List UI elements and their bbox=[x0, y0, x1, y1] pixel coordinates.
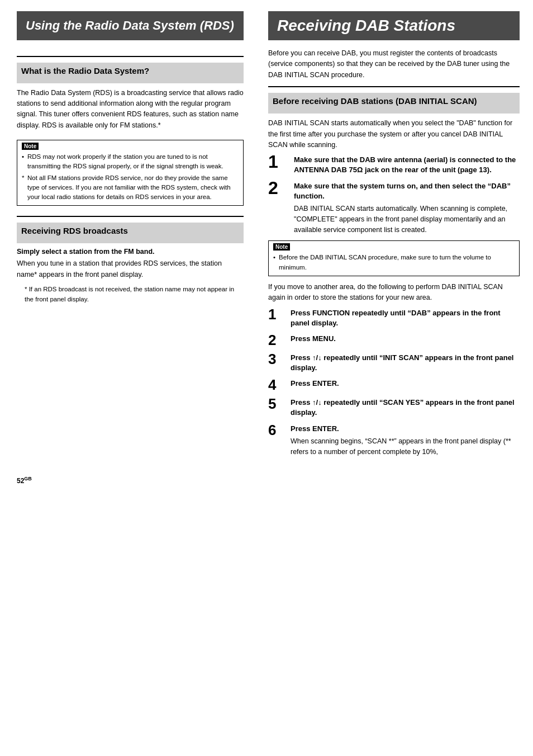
dab-steps-rescan: 1 Press FUNCTION repeatedly until “DAB” … bbox=[268, 308, 520, 457]
dab-note-box: Note • Before the DAB INITIAL SCAN proce… bbox=[268, 240, 520, 276]
dab-rescan-step-1: 1 Press FUNCTION repeatedly until “DAB” … bbox=[268, 308, 520, 328]
rescan-step-3-content: Press ↑/↓ repeatedly until “INIT SCAN” a… bbox=[291, 353, 520, 373]
rescan-step-4-content: Press ENTER. bbox=[291, 379, 520, 389]
divider-3 bbox=[268, 86, 520, 87]
page: Using the Radio Data System (RDS) What i… bbox=[0, 0, 533, 756]
rescan-step-4-main: Press ENTER. bbox=[291, 379, 520, 389]
rescan-step-6-content: Press ENTER. When scanning begins, “SCAN… bbox=[291, 424, 520, 457]
divider-1 bbox=[17, 56, 244, 57]
section1-body1: The Radio Data System (RDS) is a broadca… bbox=[17, 88, 244, 131]
step-1-main: Make sure that the DAB wire antenna (aer… bbox=[294, 155, 520, 175]
page-number: 52 bbox=[17, 477, 24, 485]
dab-rescan-step-5: 5 Press ↑/↓ repeatedly until “SCAN YES” … bbox=[268, 398, 520, 418]
step-2-main: Make sure that the system turns on, and … bbox=[294, 181, 520, 201]
rescan-step-1-main: Press FUNCTION repeatedly until “DAB” ap… bbox=[291, 308, 520, 328]
rescan-step-5-main: Press ↑/↓ repeatedly until “SCAN YES” ap… bbox=[291, 398, 520, 418]
rescan-step-number-3: 3 bbox=[268, 352, 286, 366]
rds-note-asterisk: Not all FM stations provide RDS service,… bbox=[22, 173, 239, 202]
dab-rescan-step-2: 2 Press MENU. bbox=[268, 334, 520, 347]
section2-heading-box: Receiving RDS broadcasts bbox=[17, 223, 244, 243]
section1-heading: What is the Radio Data System? bbox=[21, 66, 239, 75]
rescan-step-number-2: 2 bbox=[268, 333, 286, 347]
left-column: Using the Radio Data System (RDS) What i… bbox=[0, 0, 257, 474]
note-label-1: Note bbox=[22, 143, 39, 150]
right-intro: Before you can receive DAB, you must reg… bbox=[268, 48, 520, 81]
dab-body1: DAB INITIAL SCAN starts automatically wh… bbox=[268, 118, 520, 150]
rescan-step-number-1: 1 bbox=[268, 307, 286, 322]
dab-rescan-step-3: 3 Press ↑/↓ repeatedly until “INIT SCAN”… bbox=[268, 353, 520, 373]
dab-step-1: 1 Make sure that the DAB wire antenna (a… bbox=[268, 155, 520, 175]
section2-subheading: Simply select a station from the FM band… bbox=[17, 248, 244, 256]
step-2-content: Make sure that the system turns on, and … bbox=[294, 181, 520, 235]
page-superscript: GB bbox=[24, 476, 32, 481]
section2-heading: Receiving RDS broadcasts bbox=[21, 226, 239, 235]
dab-step-2: 2 Make sure that the system turns on, an… bbox=[268, 181, 520, 235]
dab-section-heading-box: Before receiving DAB stations (DAB INITI… bbox=[268, 93, 520, 114]
step-number-2: 2 bbox=[268, 179, 288, 197]
dab-section-heading: Before receiving DAB stations (DAB INITI… bbox=[273, 96, 515, 106]
dab-body2: If you move to another area, do the foll… bbox=[268, 282, 520, 304]
page-footer: 52GB bbox=[0, 474, 533, 490]
rescan-step-number-6: 6 bbox=[268, 423, 286, 437]
rescan-step-2-content: Press MENU. bbox=[291, 334, 520, 344]
rescan-step-5-content: Press ↑/↓ repeatedly until “SCAN YES” ap… bbox=[291, 398, 520, 418]
right-title-box: Receiving DAB Stations bbox=[268, 11, 520, 40]
rescan-step-number-4: 4 bbox=[268, 377, 286, 392]
right-column: Receiving DAB Stations Before you can re… bbox=[257, 0, 533, 474]
rds-note-box: Note RDS may not work properly if the st… bbox=[17, 140, 244, 206]
rescan-step-6-detail: When scanning begins, “SCAN **” appears … bbox=[291, 436, 520, 457]
rescan-step-1-content: Press FUNCTION repeatedly until “DAB” ap… bbox=[291, 308, 520, 328]
dab-rescan-step-6: 6 Press ENTER. When scanning begins, “SC… bbox=[268, 424, 520, 457]
dab-note-list: • Before the DAB INITIAL SCAN procedure,… bbox=[273, 253, 515, 272]
section1-heading-box: What is the Radio Data System? bbox=[17, 63, 244, 83]
left-title: Using the Radio Data System (RDS) bbox=[26, 18, 235, 34]
step-1-content: Make sure that the DAB wire antenna (aer… bbox=[294, 155, 520, 175]
rescan-step-2-main: Press MENU. bbox=[291, 334, 520, 344]
dab-note-item-1: • Before the DAB INITIAL SCAN procedure,… bbox=[273, 253, 515, 272]
dab-note-label: Note bbox=[273, 243, 290, 251]
dab-steps-initial: 1 Make sure that the DAB wire antenna (a… bbox=[268, 155, 520, 235]
rds-note-item-1: RDS may not work properly if the station… bbox=[22, 152, 239, 172]
dab-rescan-step-4: 4 Press ENTER. bbox=[268, 379, 520, 392]
rds-note-list: RDS may not work properly if the station… bbox=[22, 152, 239, 172]
step-2-detail: DAB INITIAL SCAN starts automatically. W… bbox=[294, 204, 520, 235]
left-title-box: Using the Radio Data System (RDS) bbox=[17, 11, 244, 40]
rescan-step-number-5: 5 bbox=[268, 396, 286, 411]
rescan-step-6-main: Press ENTER. bbox=[291, 424, 520, 434]
rescan-step-3-main: Press ↑/↓ repeatedly until “INIT SCAN” a… bbox=[291, 353, 520, 373]
right-title: Receiving DAB Stations bbox=[277, 17, 511, 35]
section2-body1: When you tune in a station that provides… bbox=[17, 258, 244, 280]
divider-2 bbox=[17, 216, 244, 217]
section2-asterisk: * If an RDS broadcast is not received, t… bbox=[17, 285, 244, 305]
step-number-1: 1 bbox=[268, 153, 288, 171]
